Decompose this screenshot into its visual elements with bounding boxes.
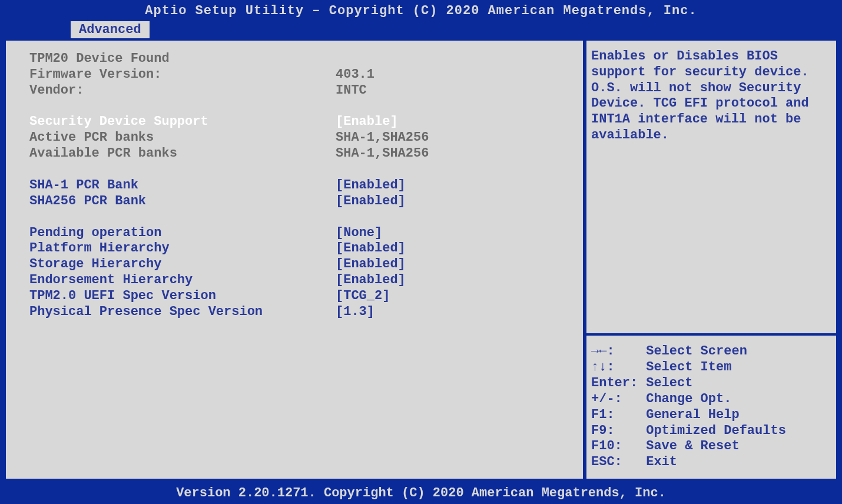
help-key-desc: General Help [638, 407, 740, 423]
setting-value: SHA-1,SHA256 [336, 130, 571, 146]
help-key: F1: [591, 407, 638, 423]
setting-label: Active PCR banks [29, 130, 336, 146]
help-text: Enables or Disables BIOS support for sec… [591, 49, 831, 144]
help-key-desc: Optimized Defaults [638, 423, 786, 439]
info-row: TPM20 Device Found [29, 51, 571, 67]
help-key-desc: Select Screen [638, 344, 747, 360]
help-key-row: Enter: Select [591, 376, 831, 392]
setting-label: Physical Presence Spec Version [29, 304, 336, 320]
setting-row[interactable]: Storage Hierarchy[Enabled] [29, 257, 571, 273]
help-key: +/-: [591, 392, 638, 407]
setting-row[interactable]: TPM2.0 UEFI Spec Version[TCG_2] [29, 289, 571, 304]
setting-value: INTC [336, 83, 571, 99]
setting-row[interactable]: Physical Presence Spec Version[1.3] [29, 304, 571, 320]
info-row: Active PCR banksSHA-1,SHA256 [29, 130, 571, 146]
info-row: Firmware Version:403.1 [29, 67, 571, 83]
info-row: Available PCR banksSHA-1,SHA256 [29, 146, 571, 162]
help-key-row: →←: Select Screen [591, 344, 831, 360]
settings-list: TPM20 Device FoundFirmware Version:403.1… [6, 41, 583, 479]
help-key-desc: Select [638, 376, 692, 392]
setting-row[interactable]: SHA256 PCR Bank[Enabled] [29, 194, 571, 210]
setting-label: Firmware Version: [29, 67, 336, 83]
help-panel: Enables or Disables BIOS support for sec… [583, 41, 836, 479]
setting-value[interactable]: [TCG_2] [336, 289, 571, 304]
content-panel: TPM20 Device FoundFirmware Version:403.1… [4, 38, 838, 481]
help-key-desc: Select Item [638, 360, 731, 376]
tab-bar: Advanced [0, 21, 842, 38]
tab-advanced[interactable]: Advanced [71, 21, 150, 38]
setting-value[interactable]: [1.3] [336, 304, 571, 320]
help-key: →←: [591, 344, 638, 360]
setting-label: Storage Hierarchy [29, 257, 336, 273]
setting-label: Vendor: [29, 83, 336, 99]
help-key: F9: [591, 423, 638, 439]
bios-footer: Version 2.20.1271. Copyright (C) 2020 Am… [0, 483, 842, 504]
setting-label: SHA256 PCR Bank [29, 194, 336, 210]
setting-value[interactable]: [None] [336, 226, 571, 241]
help-key: F10: [591, 439, 638, 455]
setting-value[interactable]: [Enabled] [336, 194, 571, 210]
help-key-row: F10: Save & Reset [591, 439, 831, 455]
help-key-desc: Change Opt. [638, 392, 731, 407]
help-key-row: F1: General Help [591, 407, 831, 423]
setting-value[interactable]: [Enabled] [336, 273, 571, 289]
setting-row[interactable]: Security Device Support[Enable] [29, 114, 571, 130]
setting-row[interactable]: Platform Hierarchy[Enabled] [29, 241, 571, 257]
setting-row[interactable]: Endorsement Hierarchy[Enabled] [29, 273, 571, 289]
setting-label: Pending operation [29, 226, 336, 241]
help-key: ↑↓: [591, 360, 638, 376]
help-key-desc: Exit [638, 455, 677, 470]
help-divider [586, 144, 836, 336]
setting-value [336, 51, 571, 67]
setting-value: SHA-1,SHA256 [336, 146, 571, 162]
setting-value[interactable]: [Enabled] [336, 241, 571, 257]
setting-label: Platform Hierarchy [29, 241, 336, 257]
help-key: ESC: [591, 455, 638, 470]
help-keys: →←: Select Screen↑↓: Select ItemEnter: S… [591, 336, 831, 470]
setting-label: Endorsement Hierarchy [29, 273, 336, 289]
info-row: Vendor:INTC [29, 83, 571, 99]
setting-row[interactable]: SHA-1 PCR Bank[Enabled] [29, 178, 571, 194]
bios-title: Aptio Setup Utility – Copyright (C) 2020… [0, 0, 842, 21]
setting-label: Security Device Support [29, 114, 336, 130]
help-key-row: +/-: Change Opt. [591, 392, 831, 407]
setting-value[interactable]: [Enable] [336, 114, 571, 130]
setting-value[interactable]: [Enabled] [336, 178, 571, 194]
setting-row[interactable]: Pending operation[None] [29, 226, 571, 241]
setting-value[interactable]: [Enabled] [336, 257, 571, 273]
help-key-row: F9: Optimized Defaults [591, 423, 831, 439]
setting-value: 403.1 [336, 67, 571, 83]
setting-label: Available PCR banks [29, 146, 336, 162]
help-key: Enter: [591, 376, 638, 392]
help-key-row: ↑↓: Select Item [591, 360, 831, 376]
setting-label: TPM2.0 UEFI Spec Version [29, 289, 336, 304]
setting-label: SHA-1 PCR Bank [29, 178, 336, 194]
setting-label: TPM20 Device Found [29, 51, 336, 67]
help-key-row: ESC: Exit [591, 455, 831, 470]
help-key-desc: Save & Reset [638, 439, 740, 455]
